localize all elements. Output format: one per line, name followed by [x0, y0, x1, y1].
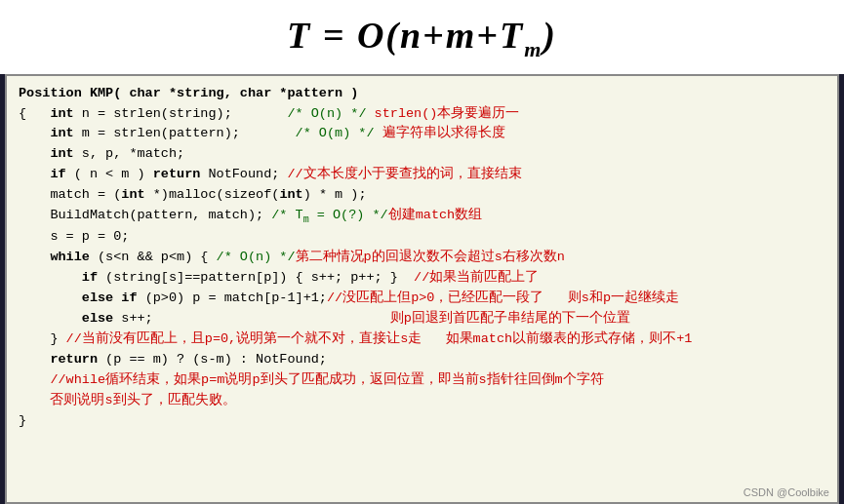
code-line-5: if ( n < m ) return NotFound; //文本长度小于要查…	[19, 165, 825, 185]
code-line-1: Position KMP( char *string, char *patter…	[19, 84, 825, 104]
code-line-13: } //当前没有匹配上，且p=0,说明第一个就不对，直接让s走 如果match以…	[19, 330, 825, 350]
code-line-10: if (string[s]==pattern[p]) { s++; p++; }…	[19, 268, 825, 289]
code-line-7: BuildMatch(pattern, match); /* Tm = O(?)…	[19, 206, 825, 227]
code-line-15: //while循环结束，如果p=m说明p到头了匹配成功，返回位置，即当前s指针往…	[19, 370, 825, 391]
code-line-16: 否则说明s到头了，匹配失败。	[19, 391, 825, 411]
title-area: T = O(n+m+Tm)	[0, 0, 844, 74]
formula: T = O(n+m+Tm)	[258, 8, 586, 68]
code-line-14: return (p == m) ? (s-m) : NotFound;	[19, 350, 825, 370]
code-line-11: else if (p>0) p = match[p-1]+1;//没匹配上但p>…	[19, 289, 825, 309]
code-line-17: }	[19, 411, 825, 432]
code-line-3: int m = strlen(pattern); /* O(m) */ 遍字符串…	[19, 124, 825, 144]
code-line-12: else s++; 则p回退到首匹配子串结尾的下一个位置	[19, 309, 825, 330]
code-line-9: while (s<n && p<m) { /* O(n) */第二种情况p的回退…	[19, 248, 825, 268]
code-line-4: int s, p, *match;	[19, 144, 825, 165]
code-line-2: { int n = strlen(string); /* O(n) */ str…	[19, 104, 825, 125]
code-line-8: s = p = 0;	[19, 227, 825, 248]
code-line-6: match = (int *)malloc(sizeof(int) * m );	[19, 185, 825, 206]
code-area: Position KMP( char *string, char *patter…	[5, 74, 839, 504]
signature: CSDN @Coolbike	[744, 486, 829, 498]
